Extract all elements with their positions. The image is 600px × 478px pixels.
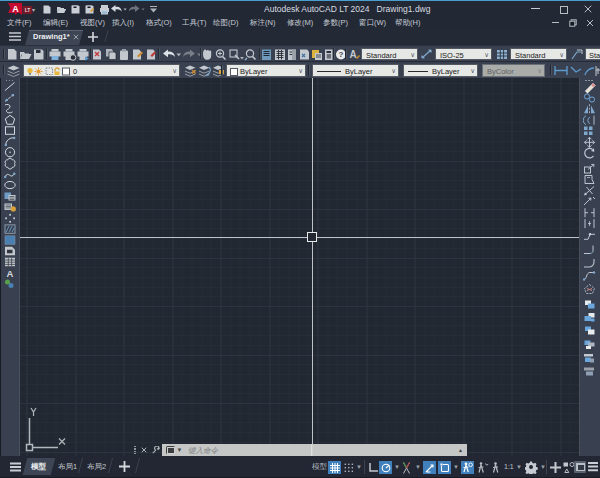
svg-text:A: A — [349, 49, 356, 60]
svg-text:A: A — [7, 268, 14, 279]
svg-text:LT: LT — [25, 7, 31, 13]
svg-text:A: A — [12, 4, 19, 14]
svg-text:?: ? — [339, 50, 344, 59]
